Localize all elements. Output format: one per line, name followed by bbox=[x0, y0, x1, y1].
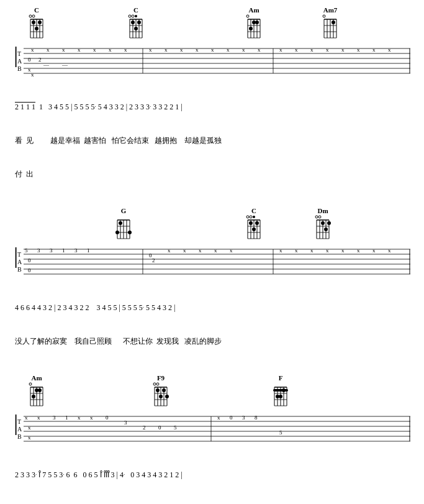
svg-text:x: x bbox=[310, 47, 313, 53]
svg-text:x: x bbox=[31, 47, 34, 53]
chord-diagram-C-1 bbox=[28, 14, 45, 39]
svg-text:x: x bbox=[62, 47, 65, 53]
svg-text:x: x bbox=[217, 415, 220, 421]
chord-Am-1: Am bbox=[245, 6, 263, 39]
chord-F-1: F bbox=[272, 374, 289, 407]
tab-staff-3: | T A B x x 3 1 x x 0 x x x 0 3 8 bbox=[12, 411, 412, 446]
svg-text:x: x bbox=[326, 247, 329, 254]
chord-C-3: C bbox=[245, 207, 263, 240]
svg-point-10 bbox=[32, 15, 35, 17]
svg-text:3: 3 bbox=[50, 247, 53, 254]
svg-point-27 bbox=[131, 21, 135, 24]
svg-text:x: x bbox=[149, 47, 152, 53]
svg-point-133 bbox=[321, 221, 325, 225]
svg-point-26 bbox=[134, 27, 138, 30]
svg-text:0: 0 bbox=[28, 267, 31, 273]
svg-text:2: 2 bbox=[152, 257, 155, 263]
svg-text:A: A bbox=[17, 426, 22, 433]
chord-diagram-Am7-1 bbox=[322, 14, 339, 39]
sheet-music-page: C bbox=[0, 0, 424, 504]
svg-text:3: 3 bbox=[124, 419, 127, 426]
svg-text:x: x bbox=[25, 415, 28, 421]
svg-point-199 bbox=[165, 395, 169, 398]
svg-text:8: 8 bbox=[255, 415, 258, 421]
svg-text:x: x bbox=[295, 47, 298, 53]
svg-text:x: x bbox=[242, 47, 245, 53]
svg-text:x: x bbox=[109, 47, 112, 53]
svg-text:x: x bbox=[227, 47, 230, 53]
svg-text:x: x bbox=[357, 247, 360, 254]
svg-text:x: x bbox=[279, 247, 282, 254]
svg-text:x: x bbox=[37, 415, 40, 421]
svg-text:T: T bbox=[17, 50, 21, 57]
tab-staff-1: | T A B x x x x x x x bbox=[12, 44, 412, 78]
svg-point-196 bbox=[156, 388, 160, 392]
svg-point-28 bbox=[135, 15, 137, 17]
svg-text:x: x bbox=[310, 247, 313, 254]
chord-F9-1: F9 bbox=[152, 374, 169, 407]
chord-Am7-1: Am7 bbox=[322, 6, 339, 39]
svg-text:5: 5 bbox=[25, 247, 28, 254]
svg-text:B: B bbox=[17, 266, 22, 273]
svg-text:0: 0 bbox=[28, 257, 31, 263]
svg-point-25 bbox=[137, 21, 141, 24]
svg-point-104 bbox=[115, 231, 119, 234]
chord-Dm-1: Dm bbox=[314, 207, 332, 240]
svg-point-181 bbox=[29, 383, 32, 385]
svg-text:x: x bbox=[357, 47, 360, 53]
section-1: C bbox=[12, 6, 412, 202]
svg-point-198 bbox=[162, 388, 166, 392]
chord-diagram-Am-1 bbox=[245, 14, 263, 39]
svg-text:x: x bbox=[211, 47, 214, 53]
svg-text:x: x bbox=[180, 47, 183, 53]
chord-diagram-C-3 bbox=[245, 215, 263, 240]
svg-point-11 bbox=[38, 21, 42, 24]
svg-point-24 bbox=[132, 15, 134, 17]
svg-point-41 bbox=[249, 27, 253, 30]
svg-point-9 bbox=[29, 15, 32, 17]
svg-point-132 bbox=[318, 216, 321, 218]
svg-text:3: 3 bbox=[74, 247, 78, 254]
svg-text:x: x bbox=[326, 47, 329, 53]
chord-diagram-Am-2 bbox=[28, 382, 45, 407]
svg-text:x: x bbox=[230, 247, 233, 254]
svg-text:3: 3 bbox=[37, 247, 40, 254]
chord-diagram-Dm-1 bbox=[314, 215, 332, 240]
tab-staff-2: | T A B 5 3 3 1 3 1 0 0 0 x x bbox=[12, 244, 412, 278]
notation-1: 2 1 1 1 1 3 4 5 5 | 5 5 5 5· 5 4 3 3 2 |… bbox=[12, 78, 412, 202]
svg-text:x: x bbox=[28, 434, 31, 441]
section-2: G C bbox=[12, 207, 412, 369]
svg-point-117 bbox=[250, 216, 252, 218]
svg-point-212 bbox=[282, 388, 286, 392]
chord-G-1: G bbox=[115, 207, 132, 240]
svg-point-40 bbox=[255, 21, 259, 24]
svg-point-194 bbox=[153, 383, 156, 385]
svg-point-51 bbox=[323, 15, 325, 17]
svg-text:A: A bbox=[17, 259, 22, 265]
svg-text:3: 3 bbox=[53, 415, 56, 421]
section-3: Am F9 bbox=[12, 374, 412, 504]
svg-point-211 bbox=[279, 395, 282, 398]
svg-text:x: x bbox=[90, 415, 93, 421]
svg-text:B: B bbox=[17, 65, 22, 72]
svg-text:x: x bbox=[183, 247, 186, 254]
notation-2: 4 6 6 4 4 3 2 | 2 3 4 3 2 2 3 4 5 5 | 5 … bbox=[12, 278, 412, 369]
svg-text:x: x bbox=[258, 47, 261, 53]
chord-diagram-F-1 bbox=[272, 382, 289, 407]
svg-text:—: — bbox=[61, 62, 68, 68]
svg-point-106 bbox=[128, 231, 132, 234]
svg-point-105 bbox=[119, 221, 122, 225]
svg-text:x: x bbox=[372, 47, 376, 53]
svg-point-135 bbox=[327, 221, 331, 225]
svg-point-119 bbox=[252, 227, 256, 231]
svg-point-197 bbox=[159, 395, 163, 398]
svg-text:B: B bbox=[17, 433, 22, 440]
svg-text:x: x bbox=[78, 415, 81, 421]
chord-diagram-C-2 bbox=[127, 14, 145, 39]
svg-text:x: x bbox=[388, 47, 391, 53]
svg-text:T: T bbox=[17, 418, 21, 425]
svg-point-121 bbox=[253, 216, 255, 218]
svg-text:0: 0 bbox=[158, 424, 161, 431]
svg-text:3: 3 bbox=[242, 415, 245, 421]
svg-text:5: 5 bbox=[174, 424, 177, 431]
